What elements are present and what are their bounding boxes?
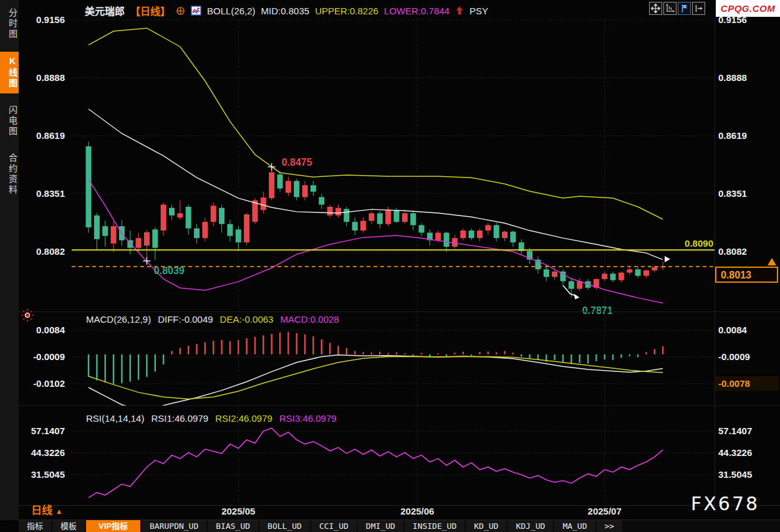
svg-text:0.8888: 0.8888	[718, 72, 747, 83]
rsi-title: RSI(14,14,14)	[86, 413, 144, 424]
tab-vip指标[interactable]: VIP指标	[86, 520, 140, 532]
tab-bias_ud[interactable]: BIAS_UD	[208, 520, 258, 532]
boll-label: BOLL(26,2)	[207, 6, 256, 16]
tab-barupdn_ud[interactable]: BARUPDN_UD	[142, 520, 206, 532]
svg-text:-0.0009: -0.0009	[33, 351, 65, 362]
exit-tool-button[interactable]	[692, 2, 705, 15]
toolbar	[649, 2, 705, 15]
rsi3-value: RSI3:46.0979	[279, 413, 337, 424]
rsi-line	[89, 428, 663, 498]
svg-text:0.8039: 0.8039	[154, 265, 185, 276]
symbol-name: 美元瑞郎	[85, 3, 125, 18]
rsi1-value: RSI1:46.0979	[151, 413, 208, 424]
period-tag: 【日线】	[130, 3, 170, 18]
svg-text:0.8475: 0.8475	[282, 157, 312, 168]
svg-text:-0.0078: -0.0078	[718, 378, 750, 389]
up-arrow-icon	[455, 6, 464, 16]
svg-text:0.8090: 0.8090	[685, 238, 713, 249]
rsi2-value: RSI2:46.0979	[215, 413, 272, 424]
axis-labels: 0.91560.91560.88880.88880.86190.86190.83…	[31, 14, 779, 516]
svg-text:2025/05: 2025/05	[221, 506, 255, 516]
tab-kd_ud[interactable]: KD_UD	[466, 520, 506, 532]
boll-mid-value: MID:0.8035	[261, 6, 310, 16]
mini-chart-icon[interactable]	[191, 6, 201, 16]
macd-diff-value: DIFF:-0.0049	[158, 314, 213, 325]
svg-text:0.0084: 0.0084	[36, 325, 65, 335]
tab-inside_ud[interactable]: INSIDE_UD	[405, 520, 465, 532]
svg-text:0.8013: 0.8013	[721, 270, 751, 280]
sidebar-item-time-chart[interactable]: 分时图	[0, 4, 19, 44]
svg-text:0.8351: 0.8351	[718, 188, 747, 199]
macd-histogram	[89, 332, 663, 409]
tab-kdj_ud[interactable]: KDJ_UD	[508, 520, 553, 532]
tab-dmi_ud[interactable]: DMI_UD	[358, 520, 403, 532]
tab-cci_ud[interactable]: CCI_UD	[311, 520, 357, 532]
period-selector[interactable]: 日线 ▲	[31, 501, 63, 517]
watermark: FX678	[691, 493, 759, 515]
macd-dea-value: DEA:-0.0063	[220, 314, 274, 325]
svg-text:57.1407: 57.1407	[31, 425, 65, 436]
svg-text:57.1407: 57.1407	[718, 425, 752, 436]
boll-lower-value: LOWER:0.7844	[384, 6, 450, 16]
trading-app: 0.91560.91560.88880.88880.86190.86190.83…	[0, 0, 780, 532]
svg-text:0.0084: 0.0084	[718, 325, 748, 335]
indicator-tabbar: 指标模板VIP指标BARUPDN_UDBIAS_UDBOLL_UDCCI_UDD…	[19, 520, 780, 532]
svg-text:0.8619: 0.8619	[718, 130, 747, 141]
chart-header: 美元瑞郎 【日线】 BOLL(26,2) MID:0.8035 UPPER:0.…	[85, 3, 488, 18]
svg-text:0.8888: 0.8888	[36, 72, 65, 83]
brand-logo: CPQG.COM	[716, 0, 780, 17]
period-label: 日线	[31, 505, 52, 516]
bollinger-lines	[89, 28, 670, 303]
macd-value: MACD:0.0028	[280, 314, 339, 325]
boll-upper-value: UPPER:0.8226	[315, 6, 378, 16]
tab->>[interactable]: >>	[597, 520, 623, 532]
axis-scale-tool-button[interactable]	[663, 2, 676, 15]
crosshair-tool-button[interactable]	[649, 2, 662, 15]
svg-text:0.9156: 0.9156	[36, 14, 65, 25]
sidebar: 分时图K线图闪电图合约资料	[0, 0, 19, 520]
svg-text:44.3226: 44.3226	[31, 447, 65, 458]
chart-canvas[interactable]: 0.91560.91560.88880.88880.86190.86190.83…	[0, 0, 780, 532]
sidebar-item-contract-info[interactable]: 合约资料	[0, 149, 19, 200]
target-circle-icon[interactable]	[176, 6, 185, 16]
svg-text:0.7871: 0.7871	[582, 305, 613, 316]
macd-title: MACD(26,12,9)	[86, 314, 151, 325]
svg-text:-0.0009: -0.0009	[718, 351, 750, 362]
flag-tool-button[interactable]	[678, 2, 691, 15]
gridlines	[72, 19, 715, 505]
svg-text:2025/07: 2025/07	[588, 506, 622, 516]
svg-text:2025/06: 2025/06	[400, 506, 434, 516]
svg-text:-0.0102: -0.0102	[33, 378, 65, 389]
period-arrow-icon: ▲	[55, 507, 63, 516]
tab-指标[interactable]: 指标	[19, 520, 51, 532]
svg-text:0.8082: 0.8082	[718, 246, 747, 257]
tab-ma_ud[interactable]: MA_UD	[554, 520, 595, 532]
macd-header: MACD(26,12,9) DIFF:-0.0049 DEA:-0.0063 M…	[86, 314, 339, 325]
svg-text:31.5045: 31.5045	[718, 469, 752, 480]
tab-boll_ud[interactable]: BOLL_UD	[259, 520, 310, 532]
sidebar-item-flash-chart[interactable]: 闪电图	[0, 101, 19, 141]
tab-模板[interactable]: 模板	[52, 520, 85, 532]
svg-text:44.3226: 44.3226	[718, 447, 752, 458]
svg-text:0.8351: 0.8351	[36, 188, 65, 199]
rsi-header: RSI(14,14,14) RSI1:46.0979 RSI2:46.0979 …	[86, 413, 337, 424]
sidebar-item-kline-chart[interactable]: K线图	[0, 52, 19, 93]
svg-text:0.8619: 0.8619	[36, 130, 65, 141]
svg-text:0.8082: 0.8082	[36, 246, 65, 257]
psy-label: PSY	[469, 6, 488, 16]
alert-burst-icon	[21, 308, 34, 325]
svg-text:31.5045: 31.5045	[31, 469, 65, 480]
